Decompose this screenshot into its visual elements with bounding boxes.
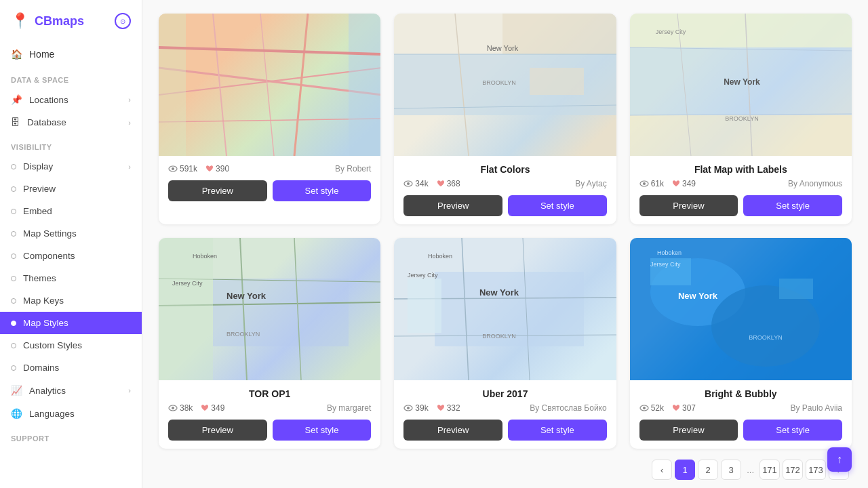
likes-count: 349 (682, 179, 696, 188)
card-meta-uber: 39k 332 By Святослав Бойко (403, 403, 606, 413)
card-stats-google: 591k 390 (168, 164, 229, 174)
views-stat: 38k (168, 403, 193, 413)
page-button-171[interactable]: 171 (760, 460, 780, 480)
map-thumbnail-tor: New York Hoboken Jersey City BROOKLYN (159, 238, 380, 380)
card-body-uber: Uber 2017 39k 332 By Святослав Бойко (394, 380, 616, 449)
preview-button-google[interactable]: Preview (168, 180, 267, 201)
logo-area: 📍 CBmaps ⊙ (0, 0, 142, 42)
profile-button[interactable]: ⊙ (115, 13, 131, 29)
svg-text:New York: New York (479, 287, 519, 298)
svg-text:New York: New York (724, 77, 760, 87)
chevron-right-icon: › (128, 119, 131, 127)
views-count: 52k (651, 403, 664, 413)
preview-button-tor[interactable]: Preview (168, 420, 267, 441)
preview-button-flat-labels[interactable]: Preview (639, 195, 738, 216)
views-stat: 34k (403, 179, 428, 188)
scroll-top-button[interactable]: ↑ (827, 447, 852, 472)
sidebar-item-database[interactable]: 🗄 Database › (0, 111, 142, 134)
dot-icon (11, 253, 16, 259)
views-count: 34k (415, 179, 428, 188)
heart-icon (437, 404, 445, 412)
card-uber: New York Hoboken Jersey City BROOKLYN Ub… (394, 238, 616, 449)
map-thumbnail-flat-colors: New York BROOKLYN (394, 14, 616, 156)
sidebar-item-preview[interactable]: Preview (0, 178, 142, 200)
sidebar-item-analytics[interactable]: 📈 Analytics › (0, 379, 142, 402)
section-visibility-label: VISIBILITY (0, 134, 142, 155)
sidebar-item-domains[interactable]: Domains (0, 357, 142, 379)
page-button-2[interactable]: 2 (698, 460, 718, 480)
views-count: 61k (651, 179, 664, 188)
set-style-button-flat-colors[interactable]: Set style (508, 195, 607, 216)
card-meta-flat-colors: 34k 368 By Aytaç (403, 179, 606, 188)
map-svg-flat-labels: New York BROOKLYN Jersey City (630, 14, 852, 156)
database-label: Database (27, 117, 66, 127)
dot-icon (11, 209, 16, 214)
card-actions-bright: Preview Set style (639, 420, 842, 441)
home-icon: 🏠 (11, 49, 22, 60)
logo-text: CBmaps (35, 14, 84, 28)
preview-button-bright[interactable]: Preview (639, 420, 738, 441)
views-stat: 61k (639, 179, 664, 188)
section-support-label: SUPPORT (0, 425, 142, 447)
set-style-button-uber[interactable]: Set style (508, 420, 607, 441)
sidebar-item-locations[interactable]: 📌 Locations › (0, 88, 142, 111)
preview-label: Preview (23, 184, 56, 194)
svg-text:Jersey City: Jersey City (172, 280, 203, 287)
sidebar-item-map-keys[interactable]: Map Keys (0, 289, 142, 312)
domains-label: Domains (23, 363, 59, 373)
sidebar-item-themes[interactable]: Themes (0, 267, 142, 289)
likes-stat: 332 (437, 403, 460, 413)
page-button-172[interactable]: 172 (783, 460, 803, 480)
set-style-button-google[interactable]: Set style (273, 180, 372, 201)
locations-label: Locations (29, 95, 68, 105)
card-author-google: By Robert (335, 164, 371, 174)
card-title-flat-colors: Flat Colors (403, 164, 606, 175)
eye-icon (168, 405, 178, 411)
preview-button-flat-colors[interactable]: Preview (403, 195, 502, 216)
svg-text:BROOKLYN: BROOKLYN (226, 331, 260, 338)
svg-text:Jersey City: Jersey City (408, 272, 438, 279)
page-button-3[interactable]: 3 (721, 460, 741, 480)
svg-point-57 (407, 407, 410, 409)
analytics-icon: 📈 (11, 385, 22, 396)
svg-text:New York: New York (678, 291, 718, 301)
card-actions-uber: Preview Set style (403, 420, 606, 441)
sidebar-item-home[interactable]: 🏠 Home (0, 42, 142, 66)
svg-text:BROOKLYN: BROOKLYN (749, 334, 782, 341)
views-stat: 591k (168, 164, 197, 174)
heart-icon (201, 404, 209, 412)
card-stats-bright: 52k 307 (639, 403, 696, 413)
card-meta-tor: 38k 349 By margaret (168, 403, 371, 413)
page-button-1[interactable]: 1 (675, 460, 695, 480)
sidebar-item-display[interactable]: Display › (0, 155, 142, 178)
heart-icon (205, 165, 214, 173)
card-body-bright: Bright & Bubbly 52k 307 By Paulo Aviia (630, 380, 852, 449)
views-stat: 52k (639, 403, 664, 413)
card-author-uber: By Святослав Бойко (530, 403, 606, 413)
card-body-flat-colors: Flat Colors 34k 368 By Aytaç (394, 156, 616, 224)
views-count: 591k (180, 164, 197, 174)
sidebar-item-languages[interactable]: 🌐 Languages (0, 402, 142, 425)
page-button-173[interactable]: 173 (806, 460, 826, 480)
preview-button-uber[interactable]: Preview (403, 420, 502, 441)
svg-point-33 (643, 182, 646, 185)
pagination-dots: ... (744, 465, 757, 475)
map-thumbnail-bright: New York Hoboken Jersey City BROOKLYN (630, 238, 852, 380)
custom-styles-label: Custom Styles (23, 340, 82, 350)
map-keys-label: Map Keys (23, 296, 64, 306)
set-style-button-bright[interactable]: Set style (743, 420, 842, 441)
prev-page-button[interactable]: ‹ (652, 460, 672, 480)
sidebar-item-map-styles[interactable]: Map Styles (0, 312, 142, 334)
card-stats-tor: 38k 349 (168, 403, 224, 413)
svg-text:Hoboken: Hoboken (657, 249, 682, 256)
database-icon: 🗄 (11, 117, 20, 127)
sidebar-item-components[interactable]: Components (0, 245, 142, 267)
svg-point-68 (643, 407, 646, 409)
sidebar-item-embed[interactable]: Embed (0, 200, 142, 222)
sidebar-item-map-settings[interactable]: Map Settings (0, 222, 142, 245)
sidebar-item-custom-styles[interactable]: Custom Styles (0, 334, 142, 357)
svg-text:Hoboken: Hoboken (428, 253, 452, 260)
card-actions-tor: Preview Set style (168, 420, 371, 441)
set-style-button-flat-labels[interactable]: Set style (743, 195, 842, 216)
set-style-button-tor[interactable]: Set style (273, 420, 372, 441)
